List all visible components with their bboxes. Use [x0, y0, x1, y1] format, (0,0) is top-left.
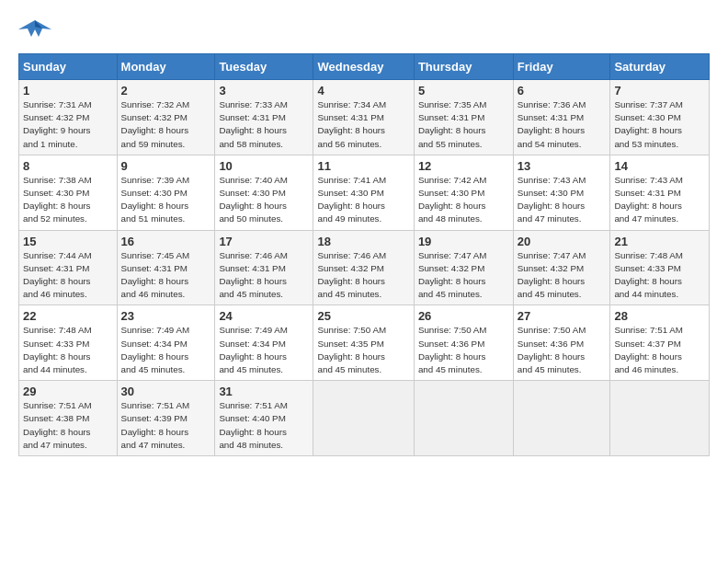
day-header-friday: Friday	[513, 54, 610, 80]
day-number: 13	[518, 159, 607, 173]
calendar-header-row: SundayMondayTuesdayWednesdayThursdayFrid…	[19, 54, 710, 80]
day-number: 29	[23, 385, 113, 398]
calendar-cell: 14Sunrise: 7:43 AMSunset: 4:31 PMDayligh…	[610, 155, 710, 230]
calendar-cell: 29Sunrise: 7:51 AMSunset: 4:38 PMDayligh…	[19, 381, 118, 456]
day-info: Sunrise: 7:40 AMSunset: 4:30 PMDaylight:…	[219, 174, 309, 226]
calendar-cell: 26Sunrise: 7:50 AMSunset: 4:36 PMDayligh…	[414, 305, 513, 381]
day-info: Sunrise: 7:48 AMSunset: 4:33 PMDaylight:…	[614, 249, 705, 302]
calendar-cell: 3Sunrise: 7:33 AMSunset: 4:31 PMDaylight…	[215, 80, 313, 155]
day-info: Sunrise: 7:51 AMSunset: 4:40 PMDaylight:…	[219, 399, 309, 452]
day-info: Sunrise: 7:48 AMSunset: 4:33 PMDaylight:…	[23, 324, 113, 376]
day-info: Sunrise: 7:51 AMSunset: 4:38 PMDaylight:…	[23, 399, 113, 452]
logo-bird-icon	[18, 17, 51, 44]
day-info: Sunrise: 7:50 AMSunset: 4:36 PMDaylight:…	[418, 324, 509, 376]
day-info: Sunrise: 7:38 AMSunset: 4:30 PMDaylight:…	[23, 174, 113, 226]
day-header-monday: Monday	[117, 54, 215, 80]
day-info: Sunrise: 7:47 AMSunset: 4:32 PMDaylight:…	[518, 249, 607, 302]
calendar-cell: 31Sunrise: 7:51 AMSunset: 4:40 PMDayligh…	[215, 381, 313, 456]
calendar-week-row: 1Sunrise: 7:31 AMSunset: 4:32 PMDaylight…	[19, 80, 710, 155]
calendar-cell	[610, 381, 710, 456]
day-info: Sunrise: 7:46 AMSunset: 4:31 PMDaylight:…	[219, 249, 309, 302]
calendar-cell: 15Sunrise: 7:44 AMSunset: 4:31 PMDayligh…	[19, 230, 118, 305]
calendar-cell: 16Sunrise: 7:45 AMSunset: 4:31 PMDayligh…	[117, 230, 215, 305]
calendar-cell: 10Sunrise: 7:40 AMSunset: 4:30 PMDayligh…	[215, 155, 313, 230]
day-info: Sunrise: 7:34 AMSunset: 4:31 PMDaylight:…	[317, 98, 409, 151]
day-info: Sunrise: 7:35 AMSunset: 4:31 PMDaylight:…	[418, 98, 509, 151]
day-number: 14	[614, 159, 705, 173]
day-number: 18	[317, 235, 409, 248]
calendar-cell: 9Sunrise: 7:39 AMSunset: 4:30 PMDaylight…	[117, 155, 215, 230]
calendar-cell: 1Sunrise: 7:31 AMSunset: 4:32 PMDaylight…	[19, 80, 118, 155]
day-info: Sunrise: 7:33 AMSunset: 4:31 PMDaylight:…	[219, 98, 309, 151]
day-number: 26	[418, 309, 509, 323]
day-info: Sunrise: 7:51 AMSunset: 4:37 PMDaylight:…	[614, 324, 705, 376]
day-info: Sunrise: 7:49 AMSunset: 4:34 PMDaylight:…	[121, 324, 211, 376]
calendar-cell: 6Sunrise: 7:36 AMSunset: 4:31 PMDaylight…	[513, 80, 610, 155]
day-header-sunday: Sunday	[19, 54, 118, 80]
day-number: 17	[219, 235, 309, 248]
day-number: 9	[121, 159, 211, 173]
calendar-cell: 17Sunrise: 7:46 AMSunset: 4:31 PMDayligh…	[215, 230, 313, 305]
calendar-week-row: 15Sunrise: 7:44 AMSunset: 4:31 PMDayligh…	[19, 230, 710, 305]
calendar-cell: 11Sunrise: 7:41 AMSunset: 4:30 PMDayligh…	[313, 155, 414, 230]
calendar-cell: 5Sunrise: 7:35 AMSunset: 4:31 PMDaylight…	[414, 80, 513, 155]
day-number: 27	[518, 309, 607, 323]
day-header-wednesday: Wednesday	[313, 54, 414, 80]
day-info: Sunrise: 7:36 AMSunset: 4:31 PMDaylight:…	[518, 98, 607, 151]
calendar-cell: 7Sunrise: 7:37 AMSunset: 4:30 PMDaylight…	[610, 80, 710, 155]
day-number: 31	[219, 385, 309, 398]
calendar-cell: 20Sunrise: 7:47 AMSunset: 4:32 PMDayligh…	[513, 230, 610, 305]
day-info: Sunrise: 7:42 AMSunset: 4:30 PMDaylight:…	[418, 174, 509, 226]
day-number: 30	[121, 385, 211, 398]
day-info: Sunrise: 7:32 AMSunset: 4:32 PMDaylight:…	[121, 98, 211, 151]
day-number: 12	[418, 159, 509, 173]
day-number: 25	[317, 309, 409, 323]
calendar-week-row: 29Sunrise: 7:51 AMSunset: 4:38 PMDayligh…	[19, 381, 710, 456]
day-number: 6	[518, 84, 607, 98]
day-info: Sunrise: 7:50 AMSunset: 4:36 PMDaylight:…	[518, 324, 607, 376]
day-number: 10	[219, 159, 309, 173]
day-header-saturday: Saturday	[610, 54, 710, 80]
calendar-cell: 13Sunrise: 7:43 AMSunset: 4:30 PMDayligh…	[513, 155, 610, 230]
page: SundayMondayTuesdayWednesdayThursdayFrid…	[0, 0, 728, 563]
day-info: Sunrise: 7:45 AMSunset: 4:31 PMDaylight:…	[121, 249, 211, 302]
calendar-cell: 18Sunrise: 7:46 AMSunset: 4:32 PMDayligh…	[313, 230, 414, 305]
day-info: Sunrise: 7:43 AMSunset: 4:31 PMDaylight:…	[614, 174, 705, 226]
day-number: 5	[418, 84, 509, 98]
day-number: 28	[614, 309, 705, 323]
calendar-cell: 27Sunrise: 7:50 AMSunset: 4:36 PMDayligh…	[513, 305, 610, 381]
day-info: Sunrise: 7:41 AMSunset: 4:30 PMDaylight:…	[317, 174, 409, 226]
day-number: 19	[418, 235, 509, 248]
day-info: Sunrise: 7:49 AMSunset: 4:34 PMDaylight:…	[219, 324, 309, 376]
day-header-thursday: Thursday	[414, 54, 513, 80]
day-number: 11	[317, 159, 409, 173]
day-info: Sunrise: 7:46 AMSunset: 4:32 PMDaylight:…	[317, 249, 409, 302]
day-number: 8	[23, 159, 113, 173]
calendar-cell	[414, 381, 513, 456]
day-number: 16	[121, 235, 211, 248]
day-number: 3	[219, 84, 309, 98]
day-number: 23	[121, 309, 211, 323]
calendar-cell: 8Sunrise: 7:38 AMSunset: 4:30 PMDaylight…	[19, 155, 118, 230]
header	[18, 17, 710, 44]
day-number: 4	[317, 84, 409, 98]
calendar-cell: 19Sunrise: 7:47 AMSunset: 4:32 PMDayligh…	[414, 230, 513, 305]
calendar-week-row: 22Sunrise: 7:48 AMSunset: 4:33 PMDayligh…	[19, 305, 710, 381]
day-info: Sunrise: 7:44 AMSunset: 4:31 PMDaylight:…	[23, 249, 113, 302]
day-number: 24	[219, 309, 309, 323]
day-number: 22	[23, 309, 113, 323]
day-info: Sunrise: 7:37 AMSunset: 4:30 PMDaylight:…	[614, 98, 705, 151]
day-number: 1	[23, 84, 113, 98]
calendar-cell: 2Sunrise: 7:32 AMSunset: 4:32 PMDaylight…	[117, 80, 215, 155]
calendar-cell	[313, 381, 414, 456]
calendar-cell: 28Sunrise: 7:51 AMSunset: 4:37 PMDayligh…	[610, 305, 710, 381]
calendar-cell: 23Sunrise: 7:49 AMSunset: 4:34 PMDayligh…	[117, 305, 215, 381]
calendar-cell: 4Sunrise: 7:34 AMSunset: 4:31 PMDaylight…	[313, 80, 414, 155]
calendar-week-row: 8Sunrise: 7:38 AMSunset: 4:30 PMDaylight…	[19, 155, 710, 230]
calendar-cell: 30Sunrise: 7:51 AMSunset: 4:39 PMDayligh…	[117, 381, 215, 456]
calendar-cell: 12Sunrise: 7:42 AMSunset: 4:30 PMDayligh…	[414, 155, 513, 230]
day-header-tuesday: Tuesday	[215, 54, 313, 80]
day-info: Sunrise: 7:51 AMSunset: 4:39 PMDaylight:…	[121, 399, 211, 452]
day-info: Sunrise: 7:39 AMSunset: 4:30 PMDaylight:…	[121, 174, 211, 226]
logo	[18, 17, 55, 44]
